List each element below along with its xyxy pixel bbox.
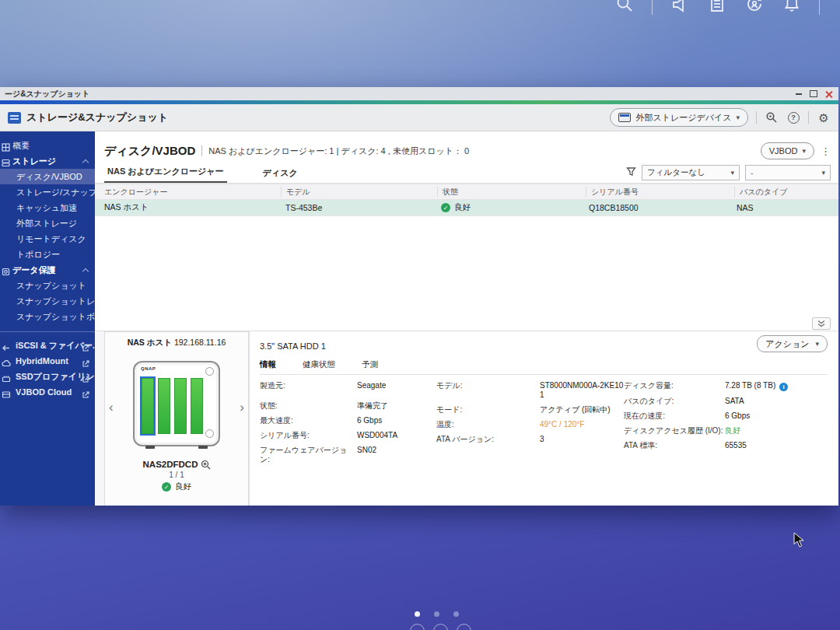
filter-funnel-icon [626, 166, 636, 180]
filter-dropdown[interactable]: フィルターなし [642, 165, 740, 180]
tab-disk[interactable]: ディスク [260, 167, 301, 183]
sidebar-item-topology[interactable]: トポロジー [0, 247, 95, 262]
window-titlebar[interactable]: ージ&スナップショット [0, 87, 838, 100]
disk-detail-tabs: 情報 健康状態 予測 [260, 359, 828, 375]
info-icon[interactable] [779, 383, 788, 391]
desktop-icon-partial [457, 624, 471, 630]
page-dot-2[interactable] [434, 611, 439, 617]
vjbod-button[interactable]: VJBOD [761, 142, 814, 159]
tasks-icon[interactable] [707, 0, 727, 14]
sidebar-section-data-protection[interactable]: データ保護 [0, 262, 95, 278]
field-label: ファームウェアバージョン: [260, 446, 357, 464]
sidebar-item-remote-disk[interactable]: リモートディスク [0, 231, 95, 247]
nas-device-image[interactable]: QNAP [133, 361, 220, 446]
external-storage-device-button[interactable]: 外部ストレージデバイス [610, 108, 748, 127]
header-separator [808, 111, 809, 124]
field-value: 65535 [725, 441, 747, 450]
sidebar: 概要 ストレージ ディスク/VJBOD ストレージ/スナップショ... キャッシ… [0, 131, 95, 506]
status-ok-icon [162, 482, 171, 492]
chevron-down-icon [815, 341, 819, 348]
sidebar-item-disk-vjbod[interactable]: ディスク/VJBOD [0, 169, 95, 184]
drive-bay-2[interactable] [158, 378, 170, 434]
drive-bay-1[interactable] [142, 378, 154, 434]
bell-icon[interactable] [782, 0, 802, 14]
nas-power-button [205, 367, 214, 376]
chevron-up-icon [82, 159, 89, 166]
vjbod-cloud-icon [2, 388, 11, 400]
sidebar-link-vjbod-cloud[interactable]: VJBOD Cloud [0, 384, 95, 400]
maximize-icon[interactable] [810, 90, 817, 97]
user-refresh-icon[interactable] [744, 0, 765, 14]
enclosure-host-ip: 192.168.11.16 [174, 338, 226, 347]
field-label: 現在の速度: [624, 411, 725, 421]
external-link-icon [82, 373, 89, 384]
column-header-serial[interactable]: シリアル番号 [586, 187, 739, 198]
tab-nas-and-enclosure[interactable]: NAS およびエンクロージャー [104, 166, 227, 183]
enclosure-name: NAS2DFDCD [143, 460, 198, 469]
sidebar-link-hybridmount[interactable]: HybridMount [0, 353, 95, 369]
field-value: ST8000NM000A-2KE10 1 [540, 381, 624, 400]
close-icon[interactable] [825, 90, 832, 97]
external-link-icon [82, 388, 89, 400]
disk-detail-panel: 3.5" SATA HDD 1 アクション 情報 健康状態 予測 [249, 331, 838, 506]
field-value: 6 Gbps [357, 416, 382, 425]
sidebar-item-external-storage[interactable]: 外部ストレージ [0, 215, 95, 231]
sidebar-divider [0, 331, 95, 332]
status-ok-icon [441, 203, 450, 212]
sidebar-item-overview[interactable]: 概要 [0, 138, 95, 153]
minimize-icon[interactable] [796, 93, 802, 95]
field-value-temperature: 49°C / 120°F [540, 420, 624, 429]
chevron-down-icon [736, 114, 740, 121]
help-icon[interactable] [786, 110, 800, 124]
column-header-model[interactable]: モデル [281, 187, 442, 198]
nas-foot [145, 446, 155, 449]
sidebar-link-ssd-profiling[interactable]: SSDプロファイリン... [0, 369, 95, 384]
field-label: 製造元: [260, 381, 357, 390]
disk-title: 3.5" SATA HDD 1 [260, 341, 828, 351]
sidebar-item-snapshot-replica[interactable]: スナップショットレプリカ [0, 293, 95, 309]
column-header-bus-type[interactable]: バスのタイプ [734, 187, 838, 198]
column-header-status[interactable]: 状態 [437, 187, 590, 198]
tab-prediction[interactable]: 予測 [362, 359, 378, 370]
sidebar-item-storage-snapshot[interactable]: ストレージ/スナップショ... [0, 184, 95, 200]
field-label: 状態: [260, 401, 357, 411]
page-dot-1[interactable] [415, 611, 420, 617]
table-row[interactable]: NAS ホスト TS-453Be 良好 Q18CB18500 NAS [95, 200, 838, 216]
drive-bay-4[interactable] [191, 378, 203, 434]
field-label: 最大速度: [260, 416, 357, 425]
tabs-row: NAS およびエンクロージャー ディスク フィルターなし - [95, 164, 838, 184]
gear-icon[interactable] [817, 110, 831, 124]
field-value: SATA [725, 397, 744, 406]
sidebar-item-snapshot-vault[interactable]: スナップショットボールト [0, 309, 95, 324]
overview-icon [2, 141, 10, 153]
drive-bay-3[interactable] [174, 378, 187, 434]
tab-health[interactable]: 健康状態 [303, 359, 335, 370]
tab-information[interactable]: 情報 [260, 359, 276, 370]
app-header: ストレージ&スナップショット 外部ストレージデバイス [0, 104, 838, 131]
enclosure-page-indicator: 1 / 1 [169, 471, 184, 479]
enclosure-next-arrow[interactable] [240, 401, 244, 414]
enclosure-panel: NAS ホスト 192.168.11.16 QNAP [104, 331, 249, 506]
main-content: ディスク/VJBOD NAS およびエンクロージャー: 1 | ディスク: 4 … [95, 131, 838, 506]
enclosure-host-label: NAS ホスト 192.168.11.16 [128, 338, 226, 348]
field-value: WSD004TA [357, 431, 397, 440]
filter-secondary-dropdown[interactable]: - [745, 165, 831, 180]
action-button[interactable]: アクション [757, 335, 828, 352]
collapse-panel-button[interactable] [812, 317, 831, 330]
field-label: バスのタイプ: [624, 397, 725, 406]
column-header-enclosure[interactable]: エンクロージャー [95, 187, 285, 198]
page-dot-3[interactable] [453, 611, 459, 617]
kebab-menu-icon[interactable] [821, 146, 831, 156]
field-label: モデル: [436, 381, 540, 400]
zoom-in-icon[interactable] [201, 460, 210, 469]
speaker-icon[interactable] [670, 0, 690, 14]
desktop-bottom-icons-cutoff [410, 624, 471, 630]
sidebar-section-storage[interactable]: ストレージ [0, 153, 95, 169]
ssd-profiling-icon [2, 373, 11, 384]
sidebar-item-cache-acceleration[interactable]: キャッシュ加速 [0, 200, 95, 215]
search-settings-icon[interactable] [765, 110, 779, 124]
search-icon[interactable] [614, 0, 635, 14]
enclosure-prev-arrow[interactable] [109, 401, 114, 414]
sidebar-item-snapshot[interactable]: スナップショット [0, 278, 95, 293]
sidebar-link-iscsi-fibre[interactable]: iSCSI & ファイバー... [0, 338, 95, 353]
